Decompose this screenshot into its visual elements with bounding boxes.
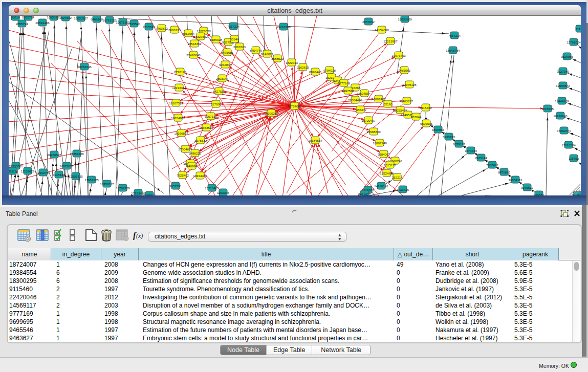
- svg-text:12505135: 12505135: [69, 174, 83, 178]
- svg-text:1527602: 1527602: [59, 16, 72, 19]
- svg-text:17004676: 17004676: [178, 147, 192, 151]
- svg-text:10975857: 10975857: [59, 164, 74, 168]
- svg-text:15353594: 15353594: [199, 126, 213, 129]
- svg-text:17016504: 17016504: [561, 143, 576, 147]
- svg-text:9474444: 9474444: [465, 149, 477, 152]
- svg-text:15716485: 15716485: [205, 186, 219, 190]
- svg-text:252214: 252214: [392, 176, 403, 179]
- svg-text:12093872: 12093872: [556, 84, 570, 87]
- svg-text:12213967: 12213967: [383, 39, 398, 43]
- svg-text:18327502: 18327502: [193, 35, 208, 38]
- svg-text:1292346: 1292346: [217, 191, 230, 194]
- svg-text:9242848: 9242848: [219, 63, 232, 67]
- svg-text:1588520: 1588520: [271, 57, 284, 60]
- svg-text:20364436: 20364436: [348, 98, 362, 102]
- svg-text:517006: 517006: [211, 102, 222, 106]
- svg-text:15720407: 15720407: [361, 119, 376, 122]
- svg-text:14914479: 14914479: [193, 174, 207, 178]
- svg-text:7625402: 7625402: [177, 173, 189, 177]
- svg-text:6879197: 6879197: [453, 142, 466, 146]
- svg-text:11156829: 11156829: [21, 169, 35, 173]
- svg-text:9463627: 9463627: [401, 99, 413, 103]
- svg-text:93018: 93018: [11, 16, 20, 19]
- svg-text:18724007: 18724007: [288, 104, 302, 108]
- svg-text:20691406: 20691406: [35, 21, 50, 25]
- svg-text:12942737: 12942737: [36, 171, 50, 174]
- svg-text:5498222: 5498222: [189, 151, 202, 155]
- svg-text:116753: 116753: [569, 157, 579, 160]
- svg-text:10719155: 10719155: [102, 18, 117, 22]
- svg-text:2055724: 2055724: [16, 22, 29, 26]
- svg-text:20206526: 20206526: [47, 153, 61, 157]
- svg-text:2935114: 2935114: [475, 156, 487, 160]
- svg-text:19654985: 19654985: [171, 116, 185, 120]
- svg-text:12444139: 12444139: [555, 99, 569, 103]
- svg-text:2803144: 2803144: [216, 77, 229, 80]
- svg-text:9245612: 9245612: [521, 186, 534, 189]
- svg-text:19166827: 19166827: [174, 132, 188, 135]
- svg-text:9657791: 9657791: [169, 184, 182, 188]
- svg-text:10807487: 10807487: [372, 97, 386, 101]
- svg-text:6497503: 6497503: [342, 89, 355, 93]
- svg-text:16210643: 16210643: [553, 114, 568, 118]
- svg-text:8186328: 8186328: [210, 38, 223, 41]
- svg-text:7485063: 7485063: [398, 69, 411, 72]
- svg-text:16107553: 16107553: [169, 101, 183, 105]
- svg-text:10543362: 10543362: [187, 42, 202, 46]
- svg-text:7615526: 7615526: [143, 25, 156, 29]
- svg-text:3475685: 3475685: [221, 51, 234, 54]
- svg-text:12213361: 12213361: [172, 86, 186, 90]
- svg-text:22420046: 22420046: [186, 53, 201, 57]
- svg-text:8938923: 8938923: [443, 135, 455, 139]
- svg-text:92450: 92450: [573, 193, 581, 195]
- svg-text:3267130: 3267130: [205, 115, 217, 118]
- svg-text:1162615: 1162615: [297, 65, 309, 69]
- svg-text:18300295: 18300295: [264, 112, 278, 115]
- svg-text:15692371: 15692371: [557, 129, 571, 133]
- svg-text:2687662: 2687662: [362, 20, 375, 24]
- svg-text:340998: 340998: [187, 164, 198, 168]
- svg-text:9227349: 9227349: [557, 70, 570, 73]
- svg-text:13524851: 13524851: [380, 171, 394, 175]
- svg-text:12975125: 12975125: [402, 83, 417, 86]
- svg-text:957844: 957844: [411, 115, 422, 119]
- svg-text:7632621: 7632621: [486, 163, 499, 167]
- svg-text:8912954: 8912954: [182, 32, 195, 35]
- svg-text:17957225: 17957225: [84, 178, 99, 182]
- svg-text:7357224: 7357224: [227, 25, 240, 28]
- svg-text:8471626: 8471626: [358, 192, 371, 195]
- svg-text:13226058: 13226058: [197, 29, 211, 33]
- svg-text:9115460: 9115460: [420, 106, 432, 110]
- svg-text:62160: 62160: [383, 102, 393, 106]
- svg-text:3578332: 3578332: [194, 139, 207, 142]
- svg-text:8471626: 8471626: [498, 170, 511, 174]
- svg-text:6466160: 6466160: [91, 17, 103, 21]
- svg-text:7857214: 7857214: [448, 34, 461, 37]
- svg-text:10973493: 10973493: [391, 54, 406, 57]
- svg-text:9529966: 9529966: [561, 55, 574, 58]
- svg-text:10653267: 10653267: [74, 16, 88, 20]
- svg-text:8990443: 8990443: [309, 70, 322, 74]
- svg-text:10654112: 10654112: [508, 178, 522, 182]
- svg-text:2367603: 2367603: [233, 45, 246, 49]
- svg-text:1733426: 1733426: [397, 188, 409, 191]
- svg-text:16648784: 16648784: [446, 49, 460, 52]
- svg-text:16154808: 16154808: [375, 28, 389, 32]
- svg-text:7515520: 7515520: [128, 22, 141, 26]
- svg-text:9777169: 9777169: [338, 81, 351, 85]
- svg-text:19384554: 19384554: [308, 139, 322, 142]
- svg-text:10958117: 10958117: [100, 182, 114, 186]
- svg-text:8454749: 8454749: [250, 49, 263, 52]
- svg-text:8427552: 8427552: [213, 90, 226, 93]
- svg-text:15751024: 15751024: [567, 40, 581, 44]
- svg-text:10688609: 10688609: [366, 130, 381, 134]
- svg-text:2718120: 2718120: [174, 70, 187, 74]
- svg-text:7386372: 7386372: [354, 108, 367, 112]
- svg-text:55346: 55346: [230, 37, 239, 41]
- svg-text:17359928: 17359928: [70, 152, 84, 156]
- svg-text:(x): (x): [136, 232, 143, 239]
- svg-text:7463822: 7463822: [156, 27, 168, 30]
- svg-text:28053346: 28053346: [77, 65, 92, 69]
- svg-text:2055724: 2055724: [22, 16, 35, 19]
- svg-text:11175: 11175: [576, 27, 581, 31]
